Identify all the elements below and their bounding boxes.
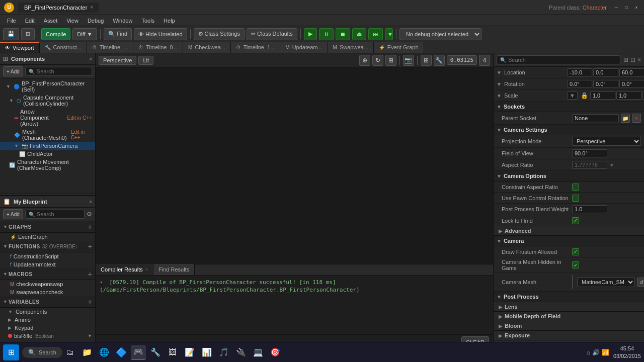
menubar-item-debug[interactable]: Debug bbox=[84, 17, 108, 25]
functions-add-button[interactable]: + bbox=[88, 242, 92, 250]
parent-socket-field[interactable]: None bbox=[572, 114, 619, 122]
details-search-input[interactable] bbox=[508, 57, 617, 63]
taskbar-app-6[interactable]: 🖼 bbox=[165, 345, 180, 360]
sys-icon-1[interactable]: ⌂ bbox=[587, 349, 590, 356]
class-settings-button[interactable]: ⚙ Class Settings bbox=[194, 28, 245, 40]
rotation-x-input[interactable] bbox=[567, 80, 592, 88]
pause-button[interactable]: ⏸ bbox=[319, 28, 334, 40]
lens-section-header[interactable]: ▶ Lens bbox=[494, 302, 644, 312]
comp-arrow[interactable]: ➡ Arrow Component (Arrow) Edit in C++ bbox=[0, 108, 95, 128]
tab-eventgraph[interactable]: ⚡ Event Graph bbox=[374, 42, 424, 53]
close-button[interactable]: × bbox=[633, 4, 640, 11]
menubar-item-edit[interactable]: Edit bbox=[21, 17, 39, 25]
menubar-item-window[interactable]: Window bbox=[109, 17, 136, 25]
fov-input[interactable] bbox=[572, 149, 607, 157]
functions-section-header[interactable]: ▼ FUNCTIONS 32 OVERRIDE↑ + bbox=[0, 241, 95, 252]
graph-eventgraph[interactable]: ⚡ EventGraph bbox=[0, 233, 95, 241]
translate-icon[interactable]: ⊕ bbox=[359, 55, 370, 66]
more-play-button[interactable]: ▼ bbox=[385, 28, 393, 40]
graphs-add-button[interactable]: + bbox=[88, 223, 92, 231]
diff-button[interactable]: Diff ▼ bbox=[72, 28, 97, 40]
components-search-input[interactable] bbox=[37, 68, 89, 74]
scale-type-select[interactable]: ▼ bbox=[567, 92, 578, 100]
comp-bp-root[interactable]: ▼ 🔵 BP_FirstPersonCharacter (Self) bbox=[0, 79, 95, 94]
exposure-section-header[interactable]: ▶ Exposure bbox=[494, 331, 644, 340]
rotation-y-input[interactable] bbox=[593, 80, 618, 88]
scale-x-input[interactable] bbox=[590, 92, 615, 100]
tab-swapwea[interactable]: M Swapwea... bbox=[328, 42, 374, 53]
tab-construct[interactable]: 🔧 Construct... bbox=[40, 42, 87, 53]
macros-section-header[interactable]: ▼ MACROS + bbox=[0, 268, 95, 280]
camera-icon[interactable]: 📷 bbox=[403, 55, 414, 66]
components-add-button[interactable]: + Add bbox=[3, 66, 23, 76]
find-button[interactable]: 🔍 Find bbox=[104, 28, 132, 40]
bloom-section-header[interactable]: ▶ Bloom bbox=[494, 321, 644, 331]
debug-object-select[interactable]: No debug object selected bbox=[399, 28, 481, 40]
post-process-section-header[interactable]: ▼ Post Process bbox=[494, 292, 644, 302]
skip-button[interactable]: ⏭ bbox=[368, 28, 383, 40]
cam-mesh-select[interactable]: MatineeCam_SM bbox=[577, 277, 635, 287]
maximize-button[interactable]: □ bbox=[623, 4, 630, 11]
details-close[interactable]: × bbox=[637, 56, 641, 63]
aspect-ratio-input[interactable] bbox=[572, 161, 607, 169]
menubar-item-asset[interactable]: Asset bbox=[40, 17, 62, 25]
comp-capsule[interactable]: ▼ ⬡ Capsule Component (CollisionCylinder… bbox=[0, 94, 95, 108]
draw-frustum-checkbox[interactable] bbox=[572, 248, 579, 255]
eject-button[interactable]: ⏏ bbox=[352, 28, 366, 40]
compiler-tab-close[interactable]: × bbox=[145, 267, 148, 272]
constrain-checkbox[interactable] bbox=[572, 184, 579, 191]
class-defaults-button[interactable]: ✏ Class Defaults bbox=[247, 28, 297, 40]
var-components[interactable]: ▼ Components bbox=[0, 308, 95, 316]
start-button[interactable]: ⊞ bbox=[3, 344, 19, 360]
camera-options-section-header[interactable]: ▼ Camera Options bbox=[494, 171, 644, 182]
blueprint-search-input[interactable] bbox=[37, 211, 81, 217]
sockets-section-header[interactable]: ▼ Sockets bbox=[494, 102, 644, 112]
variables-add-button[interactable]: + bbox=[88, 298, 92, 306]
save-button[interactable]: 💾 bbox=[3, 28, 19, 40]
taskbar-search[interactable]: 🔍 Search bbox=[22, 347, 62, 358]
stop-button[interactable]: ⏹ bbox=[336, 28, 350, 40]
lock-hmd-checkbox[interactable] bbox=[572, 217, 579, 224]
compile-button[interactable]: Compile bbox=[41, 28, 70, 40]
lock-icon[interactable]: 🔒 bbox=[581, 92, 588, 99]
title-tab-close[interactable]: × bbox=[90, 5, 93, 10]
comp-childactor[interactable]: ⬜ ChildActor bbox=[0, 150, 95, 158]
sys-icon-2[interactable]: 🔊 bbox=[592, 349, 600, 356]
mobile-dof-section-header[interactable]: ▶ Mobile Depth of Field bbox=[494, 312, 644, 321]
camera-settings-section-header[interactable]: ▼ Camera Settings bbox=[494, 125, 644, 135]
tab-updateam[interactable]: M Updateam... bbox=[280, 42, 328, 53]
components-close[interactable]: × bbox=[89, 56, 92, 62]
taskbar-app-ue4[interactable]: 🎮 bbox=[131, 345, 146, 360]
scale-y-input[interactable] bbox=[616, 92, 641, 100]
find-results-tab[interactable]: Find Results bbox=[153, 264, 195, 275]
blueprint-close[interactable]: × bbox=[89, 199, 92, 205]
var-keypad[interactable]: ▶ Keypad bbox=[0, 324, 95, 332]
taskbar-app-12[interactable]: 🎯 bbox=[268, 345, 283, 360]
tab-timeline[interactable]: ⏱ Timeline_... bbox=[87, 42, 133, 53]
pawn-rotation-checkbox[interactable] bbox=[572, 195, 579, 202]
taskbar-app-8[interactable]: 📊 bbox=[199, 345, 214, 360]
menubar-item-tools[interactable]: Tools bbox=[137, 17, 158, 25]
socket-clear-button[interactable]: × bbox=[632, 114, 641, 123]
compiler-results-tab[interactable]: Compiler Results × bbox=[96, 264, 153, 275]
func-construction[interactable]: f ConstructionScript bbox=[0, 252, 95, 260]
var-ammo[interactable]: ▶ Ammo bbox=[0, 316, 95, 324]
location-x-input[interactable] bbox=[567, 68, 592, 76]
func-updateammo[interactable]: f Updateammotext bbox=[0, 260, 95, 268]
macro-checkweaponswap[interactable]: M checkweaponswap bbox=[0, 280, 95, 288]
macro-swapweaponcheck[interactable]: M swapweaponcheck bbox=[0, 288, 95, 296]
scale-icon[interactable]: ⊞ bbox=[385, 55, 396, 66]
tab-timeline1[interactable]: ⏱ Timeline_1... bbox=[231, 42, 281, 53]
advanced-section-header[interactable]: ▶ Advanced bbox=[494, 226, 644, 236]
taskbar-app-7[interactable]: 📝 bbox=[182, 345, 197, 360]
blend-weight-input[interactable] bbox=[572, 205, 607, 213]
comp-mesh[interactable]: 🔷 Mesh (CharacterMesh0) Edit in C++ bbox=[0, 128, 95, 142]
rotation-z-input[interactable] bbox=[619, 80, 644, 88]
comp-arrow-edit[interactable]: Edit in C++ bbox=[67, 115, 92, 121]
tab-timeline0[interactable]: ⏱ Timeline_0... bbox=[133, 42, 183, 53]
cam-mesh-hidden-checkbox[interactable] bbox=[572, 261, 579, 268]
camera-section-header[interactable]: ▼ Camera bbox=[494, 236, 644, 246]
taskbar-app-5[interactable]: 🔧 bbox=[148, 345, 163, 360]
location-z-input[interactable] bbox=[619, 68, 644, 76]
menubar-item-help[interactable]: Help bbox=[159, 17, 179, 25]
